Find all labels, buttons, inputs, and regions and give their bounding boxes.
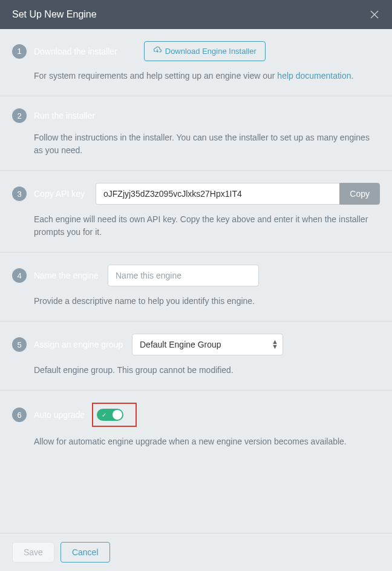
download-installer-button[interactable]: Download Engine Installer xyxy=(144,41,266,61)
copy-api-key-button[interactable]: Copy xyxy=(339,183,380,205)
highlight-box: ✓ xyxy=(92,403,137,427)
toggle-knob xyxy=(113,410,122,420)
step-auto-upgrade: 6 Auto upgrade ✓ Allow for automatic eng… xyxy=(0,391,392,461)
step-description: Provide a descriptive name to help you i… xyxy=(34,295,380,308)
modal-header: Set Up New Engine xyxy=(0,0,392,29)
cloud-download-icon xyxy=(153,46,162,56)
step-number: 4 xyxy=(12,268,27,283)
step-group: 5 Assign an engine group Default Engine … xyxy=(0,322,392,391)
step-download: 1 Download the installer Download Engine… xyxy=(0,29,392,96)
step-api-key: 3 Copy API key Copy Each engine will nee… xyxy=(0,171,392,252)
step-number: 2 xyxy=(12,108,27,123)
step-title: Name the engine xyxy=(34,271,100,280)
step-description: Default engine group. This group cannot … xyxy=(34,364,380,377)
step-title: Download the installer xyxy=(34,47,117,56)
auto-upgrade-toggle[interactable]: ✓ xyxy=(97,409,123,421)
modal-title: Set Up New Engine xyxy=(12,9,97,20)
engine-group-select[interactable]: Default Engine Group ▲▼ xyxy=(132,334,283,355)
help-documentation-link[interactable]: help documentation xyxy=(277,71,351,81)
step-number: 3 xyxy=(12,186,27,201)
step-title: Assign an engine group xyxy=(34,340,125,349)
step-run: 2 Run the installer Follow the instructi… xyxy=(0,96,392,171)
step-number: 6 xyxy=(12,408,27,422)
step-title: Copy API key xyxy=(34,189,88,199)
setup-engine-modal: Set Up New Engine 1 Download the install… xyxy=(0,0,392,571)
step-description: For system requirements and help setting… xyxy=(34,70,380,82)
engine-name-input[interactable] xyxy=(108,265,259,286)
step-number: 1 xyxy=(12,44,27,59)
step-name: 4 Name the engine Provide a descriptive … xyxy=(0,252,392,322)
cancel-button[interactable]: Cancel xyxy=(60,542,110,563)
check-icon: ✓ xyxy=(102,412,106,418)
step-description: Allow for automatic engine upgrade when … xyxy=(34,435,380,448)
modal-body: 1 Download the installer Download Engine… xyxy=(0,29,392,533)
step-description: Follow the instructions in the installer… xyxy=(34,131,380,157)
select-value[interactable]: Default Engine Group xyxy=(132,334,283,355)
desc-text: . xyxy=(351,71,354,81)
step-number: 5 xyxy=(12,337,27,352)
step-title: Run the installer xyxy=(34,111,95,120)
desc-text: For system requirements and help setting… xyxy=(34,71,277,81)
api-key-input[interactable] xyxy=(96,183,339,205)
save-button[interactable]: Save xyxy=(12,542,54,563)
step-title: Auto upgrade xyxy=(34,410,85,420)
download-button-label: Download Engine Installer xyxy=(165,47,256,56)
step-description: Each engine will need its own API key. C… xyxy=(34,213,380,239)
close-icon[interactable] xyxy=(369,9,380,20)
modal-footer: Save Cancel xyxy=(0,533,392,571)
